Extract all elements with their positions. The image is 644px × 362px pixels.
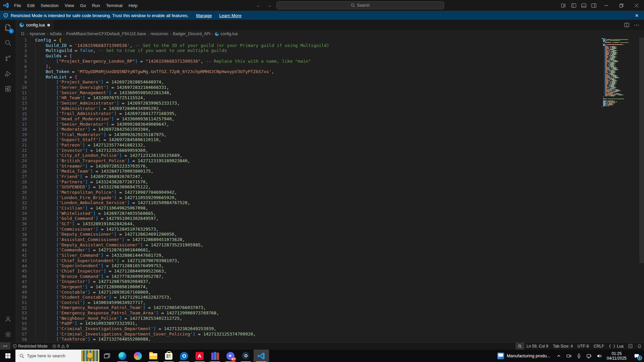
news-widget[interactable]: Manufacturing produ... [494,353,554,359]
toggle-secondary-sidebar-icon[interactable] [589,0,599,11]
notification-center-button[interactable]: 1 [629,350,644,362]
sidebar-item-extensions[interactable] [0,81,16,97]
code-line[interactable]: 36['SLT'] = 1433289191042842644, [16,221,600,227]
code-line[interactable]: 8RoleList = { [16,74,600,80]
search-highlight-image[interactable] [81,350,99,361]
taskbar-app-steam[interactable] [238,350,254,362]
breadcrumb-item[interactable]: Badger_Discord_API [173,32,210,36]
code-editor[interactable]: 1Config = {2Guild_ID = '1426159668371390… [16,38,644,342]
code-line[interactable]: 14['Administrator'] = 142697284043499520… [16,106,600,111]
feedback-icon[interactable] [626,343,635,350]
code-line[interactable]: 38['Deputy_Commissioner'] = 142712862469… [16,232,600,237]
minimize-button[interactable] [599,0,614,11]
code-line[interactable]: 58['Taskforce'] = 1427132764855206088, [16,337,600,342]
tab-config-lua[interactable]: config.lua [16,20,54,30]
code-line[interactable]: 23['City_of_London_Police'] = 1427123126… [16,153,600,158]
code-line[interactable]: 28['Partners'] = 1433243828772671570, [16,179,600,185]
code-line[interactable]: 16['Head_of_Moderation'] = 1433600936114… [16,116,600,122]
code-line[interactable]: 24['British_Transport_Police'] = 1427123… [16,158,600,164]
sidebar-item-run-debug[interactable] [0,66,16,81]
code-line[interactable]: 34['Whitelisted'] = 1426972874035560665, [16,211,600,216]
scrollbar-thumb[interactable] [639,38,644,263]
code-line[interactable]: 55['PaDP'] = 1434109338972323931, [16,321,600,326]
code-line[interactable]: 15['Trail_Administrator'] = 142697284177… [16,111,600,116]
menu-edit[interactable]: Edit [24,0,38,11]
restricted-mode-status[interactable]: Restricted Mode [10,343,50,350]
network-icon[interactable] [584,350,594,362]
code-line[interactable]: 45['Chief Inspector'] = 1427128844099522… [16,268,600,274]
close-button[interactable] [629,0,644,11]
toggle-panel-icon[interactable] [579,0,589,11]
language-mode-status[interactable]: { }Lua [606,343,626,350]
code-line[interactable]: 53['Emergency_Response_Patrol_Team_Area'… [16,310,600,316]
code-line[interactable]: 52['Emergency_Response_Patrol_Team'] = 1… [16,305,600,310]
taskbar-app-edge[interactable] [115,350,130,362]
code-line[interactable]: 11['Senior_Management'] = 14336005985022… [16,90,600,96]
start-button[interactable] [0,350,15,362]
taskbar-search-input[interactable]: Type here to search [15,350,99,362]
menu-run[interactable]: Run [89,0,103,11]
code-line[interactable]: 54['Neighbour_Hood_Police'] = 1427130253… [16,316,600,321]
more-actions-icon[interactable]: ⋯ [634,22,639,28]
code-line[interactable]: 43['Chief_Superintendent'] = 14271287907… [16,258,600,263]
code-line[interactable]: 3Multiguild = false, -- Set to true if y… [16,48,600,53]
code-line[interactable]: 56['Criminal_Investigations_Department']… [16,326,600,331]
code-line[interactable]: 4Guilds = { [16,53,600,59]
code-line[interactable]: 19['Trial_Moderator'] = 1430992629235187… [16,132,600,137]
taskbar-app-vscode[interactable] [254,350,269,362]
menu-view[interactable]: View [62,0,77,11]
meet-now-icon[interactable] [564,350,574,362]
code-line[interactable]: 22['Investor'] = 1427123526669959360, [16,148,600,153]
breadcrumb-item[interactable]: config.lua [215,32,237,36]
code-line[interactable]: 39['Assistant_Commissioner'] = 142712868… [16,237,600,242]
code-line[interactable]: 26['Media_Team'] = 1432847170003800175, [16,169,600,174]
breadcrumb-item[interactable]: D: [21,32,25,36]
code-line[interactable]: 10['Server_Oversight'] = 142697283218466… [16,85,600,90]
sidebar-item-search[interactable] [0,35,16,51]
code-line[interactable]: 44['Superintendent'] = 14271288165764997… [16,263,600,268]
tab-size-status[interactable]: Tab Size: 4 [550,343,575,350]
menu-go[interactable]: Go [77,0,89,11]
taskbar-app-store[interactable] [161,350,176,362]
zoom-status-icon[interactable] [516,343,524,350]
breadcrumb-item[interactable]: lrpserver [30,32,46,36]
code-line[interactable]: 12['HR_Team'] = 1432097675725115524, [16,95,600,101]
code-line[interactable]: 42['Silver_Command'] = 14332886144476817… [16,253,600,258]
accounts-icon[interactable] [0,311,16,327]
code-line[interactable]: 25['Streamer'] = 1426972852233703576, [16,164,600,169]
code-line[interactable]: 17['Senior_Moderator'] = 143099288364908… [16,122,600,127]
code-line[interactable]: 13['Senior_Administrator'] = 14269728399… [16,101,600,106]
taskbar-app-red-a[interactable]: A [192,350,207,362]
breadcrumb-item[interactable]: txData [50,32,62,36]
notifications-bell-icon[interactable] [635,343,644,350]
eol-status[interactable]: CRLF [591,343,606,350]
code-line[interactable]: 5["Project_Emergency_London_RP"] = "1426… [16,59,600,64]
code-line[interactable]: 49['Constable'] = 1427128930267168869, [16,290,600,295]
code-line[interactable]: 41['Commander'] = 1427128761001840681, [16,247,600,253]
sidebar-item-source-control[interactable] [0,51,16,66]
nav-back-icon[interactable]: ← [255,3,262,8]
code-line[interactable]: 31['London_Fire_Brigade'] = 142711055929… [16,195,600,200]
unsaved-dot-icon[interactable] [47,24,50,26]
sidebar-item-explorer[interactable]: 1 [0,20,16,35]
manage-link[interactable]: Manage [196,13,212,18]
code-line[interactable]: 7Bot_Token = 'MTQyODM4MjUxODQ5NDYyNTgwMg… [16,69,600,74]
banner-close-icon[interactable]: ✕ [635,13,639,18]
nav-forward-icon[interactable]: → [266,3,273,8]
editor-scrollbar[interactable] [639,38,644,342]
code-line[interactable]: 6}, [16,64,600,69]
code-line[interactable]: 9['Project_Owners'] = 142697282885464897… [16,79,600,85]
settings-gear-icon[interactable] [0,327,16,342]
code-line[interactable]: 48['Sergeant'] = 1427128908981080074, [16,284,600,290]
taskbar-app-file-explorer[interactable] [146,350,161,362]
tray-clock[interactable]: 01:25 04/11/2025 [604,351,629,361]
code-line[interactable]: 50['Student_Constable'] = 14271291246228… [16,295,600,300]
code-line[interactable]: 47['Inspector'] = 1427128875892084837, [16,279,600,284]
tray-chevron-up-icon[interactable] [554,350,564,362]
restore-button[interactable] [614,0,629,11]
code-line[interactable]: 46['Bronze Command'] = 14277782609930527… [16,274,600,279]
code-line[interactable]: 57['Criminal_Investigations_Department_C… [16,331,600,337]
code-line[interactable]: 33['Civilian'] = 1427110649825067098, [16,205,600,211]
code-line[interactable]: 37['Commissioner'] = 1427128451076329573… [16,227,600,232]
menu-terminal[interactable]: Terminal [103,0,125,11]
